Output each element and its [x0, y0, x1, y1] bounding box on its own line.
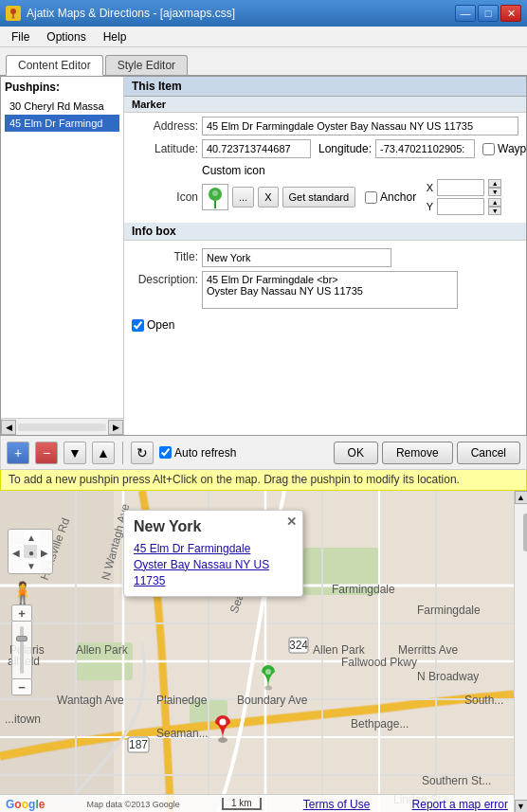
svg-text:Allen Park: Allen Park: [76, 643, 129, 657]
report-map-error-link[interactable]: Report a map error: [412, 798, 508, 811]
zoom-out-button[interactable]: −: [11, 678, 32, 695]
map-container[interactable]: Hicksville Rd N Wantagh Ave State St Sea…: [0, 491, 514, 812]
ok-button[interactable]: OK: [334, 442, 378, 464]
svg-point-1: [11, 17, 15, 19]
anchor-x-spinner: ▲ ▼: [488, 179, 501, 196]
open-row: Open: [124, 316, 526, 335]
remove-button[interactable]: Remove: [382, 442, 453, 464]
zoom-in-button[interactable]: +: [11, 604, 32, 622]
anchor-y-row: Y ▲ ▼: [422, 198, 501, 215]
street-view-icon[interactable]: 🧍: [9, 581, 35, 605]
anchor-y-down[interactable]: ▼: [488, 207, 501, 215]
open-checkbox-label[interactable]: Open: [132, 318, 174, 332]
refresh-button[interactable]: ↻: [131, 442, 154, 464]
zoom-slider-thumb[interactable]: [16, 636, 27, 641]
svg-text:Fallwood Pkwy: Fallwood Pkwy: [341, 656, 417, 669]
tab-style-editor[interactable]: Style Editor: [105, 55, 188, 75]
app-icon: [6, 6, 21, 21]
auto-refresh-checkbox[interactable]: [159, 446, 172, 459]
pan-up-button[interactable]: ▲: [24, 530, 39, 545]
window-controls: — □ ✕: [455, 5, 521, 22]
anchor-checkbox-label[interactable]: Anchor: [365, 190, 416, 204]
map-data-label: Map data ©2013 Google: [87, 800, 180, 809]
open-label: Open: [147, 318, 174, 332]
info-title-input[interactable]: [202, 248, 391, 267]
anchor-section: Anchor X ▲ ▼: [365, 179, 501, 215]
icon-row: Icon ... X Get standard: [132, 179, 518, 215]
pan-right-button[interactable]: ▶: [37, 545, 52, 560]
svg-text:Plainedge: Plainedge: [156, 694, 208, 707]
scrollbar-thumb[interactable]: [523, 514, 528, 551]
auto-refresh-label[interactable]: Auto refresh: [159, 446, 236, 460]
google-logo: Google: [6, 798, 45, 811]
address-input[interactable]: [202, 117, 518, 135]
popup-address-line1: 45 Elm Dr Farmingdale: [134, 542, 250, 555]
address-row: Address:: [132, 117, 518, 135]
longitude-input[interactable]: [375, 139, 475, 158]
maximize-button[interactable]: □: [478, 5, 499, 22]
window-title: Ajatix Maps & Directions - [ajaxmaps.css…: [27, 7, 235, 20]
marker-header: Marker: [124, 97, 526, 113]
main-content: Pushpins: 30 Cheryl Rd Massa 45 Elm Dr F…: [0, 76, 527, 436]
scrollbar-down-button[interactable]: ▼: [515, 800, 528, 812]
close-button[interactable]: ✕: [500, 5, 521, 22]
menu-options[interactable]: Options: [39, 28, 93, 45]
zoom-slider-bg: [20, 626, 24, 674]
pan-down-button[interactable]: ▼: [24, 558, 39, 573]
svg-text:N Broadway: N Broadway: [417, 670, 479, 683]
waypoint-checkbox-label[interactable]: Waypoint: [482, 142, 526, 155]
minimize-button[interactable]: —: [455, 5, 476, 22]
map-bottom-bar: Google Map data ©2013 Google 1 km Terms …: [0, 794, 514, 812]
editor-panel: This Item Marker Address: Latitude: Long…: [124, 77, 526, 435]
pushpin-item-1[interactable]: 30 Cheryl Rd Massa: [5, 98, 119, 115]
waypoint-checkbox[interactable]: [482, 143, 495, 155]
icon-preview: [202, 184, 228, 210]
map-scale: 1 km: [222, 798, 262, 810]
icon-browse-button[interactable]: ...: [232, 187, 254, 208]
title-row: Title:: [132, 248, 518, 267]
pushpin-item-2[interactable]: 45 Elm Dr Farmingd: [5, 115, 119, 132]
anchor-y-up[interactable]: ▲: [488, 198, 501, 207]
pushpins-label: Pushpins:: [5, 81, 119, 94]
anchor-x-input[interactable]: [437, 179, 484, 196]
anchor-x-up[interactable]: ▲: [488, 179, 501, 188]
move-down-button[interactable]: ▼: [64, 442, 86, 464]
icon-controls: ... X Get standard Anchor X: [202, 179, 501, 215]
popup-address-link[interactable]: 45 Elm Dr Farmingdale Oyster Bay Nassau …: [134, 542, 269, 587]
scrollbar-up-button[interactable]: ▲: [515, 491, 528, 504]
anchor-x-label: X: [422, 182, 433, 193]
info-description-textarea[interactable]: 45 Elm Dr Farmingdale <br> Oyster Bay Na…: [202, 271, 458, 309]
cancel-button[interactable]: Cancel: [457, 442, 520, 464]
svg-text:Allen Park: Allen Park: [313, 643, 366, 657]
menu-file[interactable]: File: [4, 28, 37, 45]
menu-help[interactable]: Help: [96, 28, 135, 45]
latitude-input[interactable]: [202, 139, 311, 158]
auto-refresh-text: Auto refresh: [174, 446, 236, 460]
get-standard-button[interactable]: Get standard: [282, 187, 356, 208]
menubar: File Options Help: [0, 27, 527, 47]
anchor-y-input[interactable]: [437, 198, 484, 215]
scroll-right-button[interactable]: ▶: [108, 420, 123, 435]
latitude-label: Latitude:: [132, 142, 198, 155]
info-title-label: Title:: [132, 248, 198, 263]
add-pushpin-button[interactable]: +: [7, 442, 29, 464]
remove-pushpin-button[interactable]: −: [35, 442, 58, 464]
open-checkbox[interactable]: [132, 319, 144, 332]
popup-close-button[interactable]: ✕: [286, 514, 297, 529]
terms-of-use-link[interactable]: Terms of Use: [303, 798, 371, 811]
anchor-x-down[interactable]: ▼: [488, 188, 501, 196]
icon-clear-button[interactable]: X: [258, 187, 278, 208]
zoom-controls: + −: [11, 604, 32, 695]
info-section: Title: Description: 45 Elm Dr Farmingdal…: [124, 241, 526, 316]
move-up-button[interactable]: ▲: [92, 442, 115, 464]
anchor-checkbox[interactable]: [365, 191, 377, 204]
svg-point-3: [212, 190, 218, 196]
svg-point-51: [265, 669, 271, 675]
pan-left-button[interactable]: ◀: [9, 545, 24, 560]
zoom-slider-track: [11, 622, 32, 678]
svg-text:Merritts Ave: Merritts Ave: [398, 643, 458, 657]
tab-content-editor[interactable]: Content Editor: [6, 55, 103, 76]
latlon-row: Latitude: Longitude: Waypoint: [132, 139, 518, 158]
scroll-left-button[interactable]: ◀: [1, 420, 16, 435]
pushpin-scrollbar: ◀ ▶: [1, 418, 123, 435]
